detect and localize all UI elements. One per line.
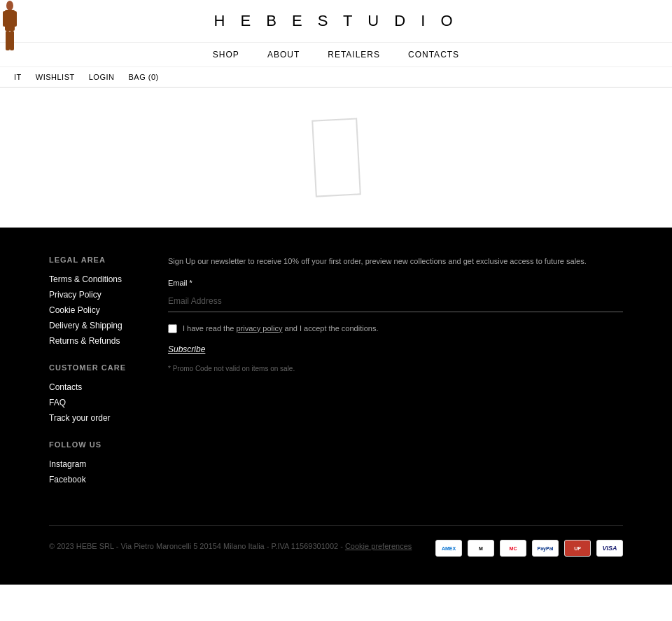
footer-link-privacy[interactable]: Privacy Policy [49,290,126,300]
paypal-icon: PayPal [532,540,559,557]
privacy-policy-link[interactable]: privacy policy [236,324,282,333]
mastercard-icon: MC [500,540,526,557]
footer-copyright: © 2023 HEBE SRL - Via Pietro Maroncelli … [49,540,412,554]
footer-columns: LEGAL AREA Terms & Conditions Privacy Po… [49,256,623,504]
legal-section-title: LEGAL AREA [49,256,126,264]
footer: LEGAL AREA Terms & Conditions Privacy Po… [0,228,672,585]
maestro-icon: M [468,540,494,557]
footer-legal-col: LEGAL AREA Terms & Conditions Privacy Po… [49,256,126,490]
footer-link-facebook[interactable]: Facebook [49,475,126,484]
svg-rect-5 [10,31,14,50]
privacy-checkbox[interactable] [168,324,177,333]
follow-us-title: FOLLOW US [49,440,126,449]
promo-note: * Promo Code not valid on items on sale. [168,365,623,372]
header: H E B E S T U D I O SHOPABOUTRETAILERSCO… [0,0,672,88]
svg-rect-2 [3,11,8,27]
cookie-preferences-link[interactable]: Cookie preferences [345,542,412,550]
secondary-navigation: ITWISHLISTLOGINBAG (0) [0,67,672,87]
main-navigation: SHOPABOUTRETAILERSCONTACTS [0,42,672,67]
email-input[interactable] [168,291,623,312]
newsletter-promo-text: Sign Up our newsletter to receive 10% of… [168,256,623,268]
payment-icons: AMEX M MC PayPal UP VISA [435,540,623,557]
footer-link-instagram[interactable]: Instagram [49,459,126,469]
footer-link-cookie[interactable]: Cookie Policy [49,305,126,315]
footer-link-faq[interactable]: FAQ [49,398,126,407]
subscribe-button[interactable]: Subscribe [168,344,205,354]
newsletter-col: Sign Up our newsletter to receive 10% of… [168,256,623,490]
svg-rect-4 [6,31,10,50]
nav-item-about[interactable]: ABOUT [267,50,300,60]
secondary-nav-bag--0-[interactable]: BAG (0) [128,73,158,81]
footer-link-terms[interactable]: Terms & Conditions [49,274,126,284]
checkbox-row: I have read the privacy policy and I acc… [168,323,623,335]
nav-item-retailers[interactable]: RETAILERS [328,50,380,60]
secondary-nav-it[interactable]: IT [14,73,22,81]
visa-icon: VISA [596,540,623,557]
decorative-rectangle [312,118,361,197]
nav-item-shop[interactable]: SHOP [213,50,239,60]
email-label: Email * [168,279,623,287]
customer-care-title: CUSTOMER CARE [49,363,126,372]
checkbox-label: I have read the privacy policy and I acc… [183,323,378,335]
unionpay-icon: UP [564,540,591,557]
footer-link-delivery[interactable]: Delivery & Shipping [49,321,126,330]
footer-link-track[interactable]: Track your order [49,413,126,423]
mannequin-figure [0,0,20,56]
main-content [0,88,672,228]
footer-link-returns[interactable]: Returns & Refunds [49,336,126,346]
svg-rect-3 [12,11,17,27]
footer-bottom: © 2023 HEBE SRL - Via Pietro Maroncelli … [49,525,623,557]
secondary-nav-wishlist[interactable]: WISHLIST [36,73,75,81]
secondary-nav-login[interactable]: LOGIN [89,73,115,81]
site-logo: H E B E S T U D I O [214,12,458,30]
header-top: H E B E S T U D I O [0,0,672,42]
footer-link-contacts[interactable]: Contacts [49,382,126,392]
amex-icon: AMEX [435,540,462,557]
nav-item-contacts[interactable]: CONTACTS [408,50,459,60]
svg-point-0 [6,1,13,11]
model-image-area [0,0,20,56]
